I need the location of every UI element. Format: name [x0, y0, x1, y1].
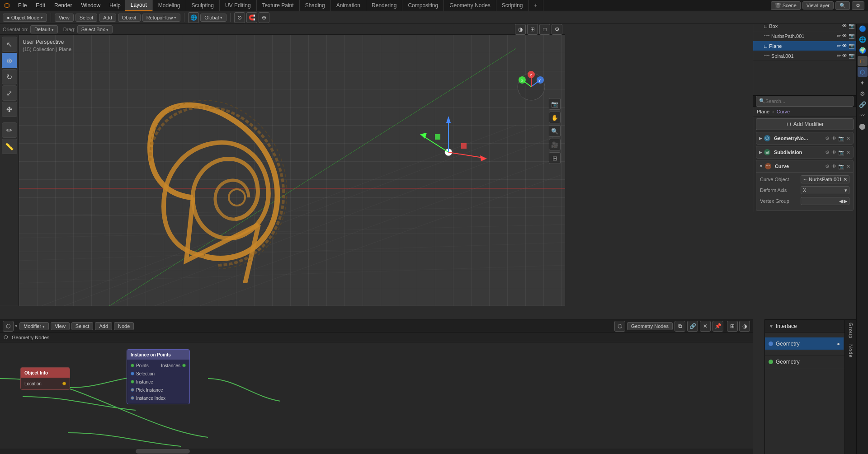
node-instance-header[interactable]: Instance on Points: [127, 350, 189, 360]
retopoflow-btn[interactable]: RetopoFlow ▾: [142, 14, 181, 22]
nurbspath-visibility-icon[interactable]: 👁: [842, 33, 847, 39]
add-modifier-button[interactable]: + + Add Modifier: [756, 118, 854, 130]
bottom-pin-icon[interactable]: 📌: [712, 321, 723, 332]
bottom-select-btn[interactable]: Select: [71, 322, 94, 330]
global-dropdown[interactable]: Global ▾: [200, 14, 226, 22]
scale-tool-btn[interactable]: ⤢: [2, 85, 17, 101]
modifier-search-input[interactable]: 🔍: [756, 96, 854, 107]
nurbspath-edit-icon[interactable]: ✏: [837, 33, 841, 39]
gn-show-icon[interactable]: 👁: [831, 136, 836, 141]
modifier-geometry-header[interactable]: ▶ ⬡ GeometryNo... ⚙ 👁 📷 ✕: [756, 132, 853, 144]
physics-props-icon[interactable]: ⚙: [858, 89, 868, 98]
global-transform-btn[interactable]: 🌐: [188, 12, 199, 23]
search-field[interactable]: [765, 98, 850, 104]
geometry-nodes-label[interactable]: Geometry Nodes: [627, 322, 673, 330]
viewport-shading-btn[interactable]: ◑: [515, 24, 526, 35]
subdiv-render-icon[interactable]: 📷: [838, 150, 844, 155]
viewport-gizmo[interactable]: Y X Z: [515, 71, 547, 103]
bottom-overlay-icon[interactable]: ⊞: [727, 321, 738, 332]
node-object-info[interactable]: Object Info Location: [20, 367, 70, 390]
proportional-edit-btn[interactable]: ⊙: [234, 12, 245, 23]
bottom-panel-icon[interactable]: ⬡: [614, 321, 625, 332]
object-menu[interactable]: Object: [118, 14, 141, 22]
vg-prev-icon[interactable]: ◀: [839, 198, 843, 204]
tab-animation[interactable]: Animation: [331, 0, 366, 11]
tab-sculpting[interactable]: Sculpting: [186, 0, 220, 11]
bottom-close-icon[interactable]: ✕: [700, 321, 711, 332]
view-menu[interactable]: View: [55, 14, 74, 22]
scene-selector[interactable]: 🎬 Scene: [771, 1, 801, 10]
transform-pivot-btn[interactable]: ⊕: [259, 12, 269, 23]
tab-rendering[interactable]: Rendering: [366, 0, 402, 11]
bottom-unlink-icon[interactable]: 🔗: [687, 321, 698, 332]
gn-delete-icon[interactable]: ✕: [846, 136, 850, 141]
subdiv-toggle-icon[interactable]: ⚙: [825, 150, 830, 155]
tab-texture-paint[interactable]: Texture Paint: [257, 0, 300, 11]
snap-btn[interactable]: 🧲: [246, 12, 257, 23]
object-props-icon[interactable]: □: [858, 56, 868, 66]
deform-axis-value[interactable]: X: [801, 186, 849, 194]
geometry-item-1[interactable]: Geometry ●: [765, 337, 844, 350]
curve-object-value[interactable]: 〰 NurbsPath.001 ✕: [801, 175, 849, 183]
vertex-group-value[interactable]: ◀ ▶: [801, 197, 849, 205]
add-menu[interactable]: Add: [99, 14, 116, 22]
spiral-edit-icon[interactable]: ✏: [837, 53, 841, 59]
menu-edit[interactable]: Edit: [31, 0, 50, 11]
rotate-tool-btn[interactable]: ↻: [2, 69, 17, 84]
particles-props-icon[interactable]: ✦: [858, 78, 868, 88]
node-editor[interactable]: Object Info Location Instance on Points …: [0, 342, 753, 454]
subdiv-show-icon[interactable]: 👁: [831, 150, 836, 155]
menu-render[interactable]: Render: [50, 0, 76, 11]
plane-render-icon[interactable]: 📷: [849, 43, 855, 49]
plane-visibility-icon[interactable]: 👁: [842, 43, 847, 49]
curve-toggle-icon[interactable]: ⚙: [825, 164, 830, 169]
constraints-props-icon[interactable]: 🔗: [858, 99, 868, 109]
object-mode-dropdown[interactable]: ● Object Mode ▾: [3, 14, 47, 22]
tab-shading[interactable]: Shading: [300, 0, 331, 11]
curve-show-icon[interactable]: 👁: [831, 164, 836, 169]
drag-dropdown[interactable]: Select Box ▾: [77, 25, 113, 33]
xray-btn[interactable]: □: [539, 24, 550, 35]
curve-delete-icon[interactable]: ✕: [846, 164, 850, 169]
object-data-props-icon[interactable]: 〰: [858, 110, 868, 120]
spiral-visibility-icon[interactable]: 👁: [842, 53, 847, 59]
settings-btn[interactable]: ⚙: [852, 1, 864, 10]
gn-render-icon[interactable]: 📷: [838, 136, 844, 141]
search-btn[interactable]: 🔍: [835, 1, 850, 10]
move-tool-btn[interactable]: ⊕: [2, 53, 17, 68]
interface-panel-header[interactable]: ▼ Interface: [765, 320, 856, 332]
transform-tool-btn[interactable]: ✤: [2, 102, 17, 117]
node-object-info-header[interactable]: Object Info: [21, 368, 70, 378]
tab-geometry-nodes[interactable]: Geometry Nodes: [444, 0, 496, 11]
curve-object-clear-icon[interactable]: ✕: [843, 177, 847, 183]
bottom-view-btn[interactable]: View: [51, 322, 70, 330]
menu-help[interactable]: Help: [105, 0, 125, 11]
select-menu[interactable]: Select: [75, 14, 98, 22]
viewport-camera-icon[interactable]: 📷: [549, 98, 561, 110]
viewport-3d[interactable]: User Perspective (15) Collection | Plane: [19, 35, 565, 306]
outliner-item-spiral[interactable]: 〰 Spiral.001 ✏ 👁 📷: [753, 51, 857, 61]
node-side-btn[interactable]: Node: [846, 342, 855, 360]
world-props-icon[interactable]: 🌍: [858, 45, 868, 55]
bottom-node-btn[interactable]: Node: [114, 322, 134, 330]
orientation-dropdown[interactable]: Default ▾: [30, 25, 58, 33]
modifier-props-icon[interactable]: ⬡: [858, 67, 868, 77]
bottom-editor-type-icon[interactable]: ⬡: [3, 321, 14, 332]
tab-compositing[interactable]: Compositing: [402, 0, 444, 11]
tab-modeling[interactable]: Modeling: [153, 0, 186, 11]
bottom-editor-type-arrow[interactable]: ▾: [15, 323, 18, 329]
tab-scripting[interactable]: Scripting: [496, 0, 529, 11]
tab-layout[interactable]: Layout: [125, 0, 153, 11]
bottom-shading-icon[interactable]: ◑: [739, 321, 750, 332]
viewlayer-selector[interactable]: ViewLayer: [802, 1, 834, 9]
material-props-icon[interactable]: ⬤: [858, 121, 868, 131]
modifier-menu-btn[interactable]: Modifier ▾: [19, 322, 49, 330]
measure-tool-btn[interactable]: 📏: [2, 139, 17, 154]
viewport-overlay-btn[interactable]: ⊞: [527, 24, 538, 35]
bottom-add-btn[interactable]: Add: [95, 322, 112, 330]
node-instance-on-points[interactable]: Instance on Points Points Instances Sele…: [127, 349, 190, 404]
options-btn-toolbar[interactable]: ⚙: [552, 24, 562, 35]
curve-render-icon[interactable]: 📷: [838, 164, 844, 169]
bottom-copy-icon[interactable]: ⧉: [675, 321, 685, 332]
tab-add-workspace[interactable]: +: [529, 0, 543, 11]
